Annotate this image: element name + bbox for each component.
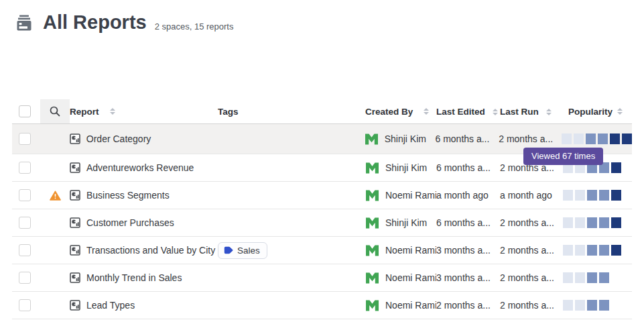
table-row[interactable]: Lead Types Noemi Rami 2 months a... 2 mo… (12, 292, 632, 319)
sort-icon[interactable] (546, 109, 552, 115)
popularity-segment[interactable] (587, 300, 597, 311)
popularity-segment[interactable] (563, 190, 573, 201)
report-chart-icon (70, 217, 80, 228)
cell-last-edited: a month ago (436, 190, 500, 201)
created-by-name: Noemi Rami (385, 245, 436, 256)
cell-checkbox (12, 133, 40, 145)
row-checkbox[interactable] (19, 133, 31, 145)
table-row[interactable]: Transactions and Value by City Sales Noe… (12, 237, 632, 264)
popularity-segment[interactable] (575, 245, 585, 256)
page-header: All Reports 2 spaces, 15 reports (0, 0, 644, 35)
column-label: Last Edited (436, 107, 485, 117)
column-header-report[interactable]: Report (70, 107, 218, 117)
popularity-segment[interactable] (611, 190, 621, 201)
popularity-segment[interactable] (599, 272, 609, 283)
created-by-name: Shinji Kim (385, 217, 427, 228)
popularity-segment[interactable] (611, 245, 621, 256)
cell-status (40, 134, 70, 144)
popularity-segment[interactable] (562, 133, 572, 144)
report-name[interactable]: Order Category (86, 133, 151, 144)
cell-popularity (568, 300, 632, 311)
report-name[interactable]: Business Segments (86, 190, 170, 201)
popularity-segment[interactable] (611, 162, 621, 173)
search-button[interactable] (40, 99, 70, 123)
column-header-last-run[interactable]: Last Run (500, 107, 568, 117)
column-header-tags[interactable]: Tags (218, 107, 362, 117)
table-row[interactable]: Business Segments Noemi Rami a month ago… (12, 182, 632, 209)
report-name[interactable]: Customer Purchases (86, 217, 174, 228)
popularity-segment[interactable] (610, 133, 620, 144)
popularity-segment[interactable] (599, 217, 609, 228)
sort-icon[interactable] (110, 108, 115, 115)
cell-report: Adventureworks Revenue (70, 162, 218, 173)
row-checkbox[interactable] (19, 189, 31, 201)
column-header-last-edited[interactable]: Last Edited (436, 107, 500, 117)
cell-report: Customer Purchases (70, 217, 218, 228)
cell-status (40, 191, 70, 201)
popularity-segment[interactable] (575, 190, 585, 201)
report-name[interactable]: Adventureworks Revenue (86, 162, 194, 173)
last-run-value: 2 months a... (500, 245, 554, 256)
column-label: Created By (365, 107, 413, 117)
popularity-segment[interactable] (563, 245, 573, 256)
report-chart-icon (70, 245, 80, 256)
popularity-bars (563, 272, 609, 283)
search-icon (49, 105, 61, 117)
table-row[interactable]: Monthly Trend in Sales Noemi Rami 3 mont… (12, 264, 632, 292)
sort-icon[interactable] (493, 109, 498, 115)
sort-icon[interactable] (424, 108, 429, 115)
cell-status (40, 273, 70, 283)
popularity-segment[interactable] (622, 133, 632, 144)
popularity-bars (563, 217, 621, 228)
cell-last-run: a month ago (500, 190, 568, 201)
popularity-segment[interactable] (598, 133, 608, 144)
column-header-popularity[interactable]: Popularity (568, 107, 632, 117)
last-edited-value: 3 months a... (436, 245, 491, 256)
page-title: All Reports (43, 12, 147, 34)
cell-last-run: 2 months a... (500, 272, 568, 283)
table-row[interactable]: Customer Purchases Shinji Kim 6 months a… (12, 209, 632, 237)
popularity-segment[interactable] (563, 272, 573, 283)
popularity-segment[interactable] (575, 272, 585, 283)
row-checkbox[interactable] (19, 299, 31, 311)
popularity-segment[interactable] (587, 272, 597, 283)
cell-created-by: Shinji Kim (362, 217, 436, 229)
popularity-segment[interactable] (599, 245, 609, 256)
tag-pill[interactable]: Sales (218, 242, 267, 259)
row-checkbox[interactable] (19, 272, 31, 284)
cell-last-run: 2 months a... (500, 217, 568, 228)
popularity-segment[interactable] (575, 217, 585, 228)
created-by-name: Noemi Rami (385, 300, 436, 311)
cell-checkbox (12, 272, 40, 284)
report-name[interactable]: Transactions and Value by City (86, 245, 215, 256)
report-name[interactable]: Lead Types (86, 300, 135, 311)
green-m-avatar (365, 133, 379, 145)
popularity-segment[interactable] (599, 300, 609, 311)
popularity-segment[interactable] (587, 245, 597, 256)
popularity-segment[interactable] (611, 217, 621, 228)
select-all-checkbox[interactable] (19, 105, 31, 117)
cell-report: Transactions and Value by City (70, 245, 218, 256)
tag-icon (224, 246, 233, 254)
sort-icon[interactable] (617, 108, 623, 115)
report-chart-icon (70, 190, 80, 201)
popularity-segment[interactable] (574, 133, 584, 144)
column-header-created-by[interactable]: Created By (362, 107, 436, 117)
cell-last-edited: 2 months a... (436, 300, 500, 311)
cell-status (40, 246, 70, 256)
row-checkbox[interactable] (19, 217, 31, 229)
popularity-segment[interactable] (587, 217, 597, 228)
popularity-segment[interactable] (563, 217, 573, 228)
reports-stack-icon (15, 13, 34, 32)
popularity-segment[interactable] (575, 300, 585, 311)
row-checkbox[interactable] (19, 162, 31, 174)
report-name[interactable]: Monthly Trend in Sales (86, 272, 182, 283)
created-by-name: Shinji Kim (385, 133, 426, 144)
cell-created-by: Shinji Kim (361, 133, 436, 145)
popularity-segment[interactable] (587, 190, 597, 201)
row-checkbox[interactable] (19, 244, 31, 256)
popularity-segment[interactable] (599, 190, 609, 201)
popularity-segment[interactable] (586, 133, 596, 144)
popularity-segment[interactable] (563, 300, 573, 311)
popularity-tooltip: Viewed 67 times (523, 148, 603, 165)
